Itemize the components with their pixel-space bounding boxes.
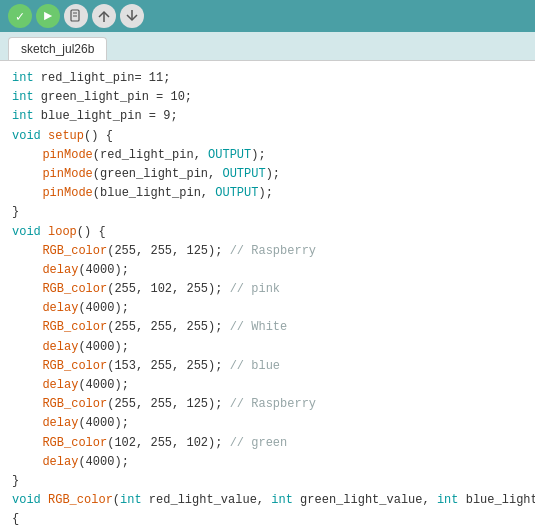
tab-sketch[interactable]: sketch_jul26b <box>8 37 107 60</box>
code-area[interactable]: int red_light_pin= 11; int green_light_p… <box>0 60 535 528</box>
verify-btn[interactable]: ✓ <box>8 4 32 28</box>
new-file-btn[interactable] <box>64 4 88 28</box>
toolbar: ✓ ► <box>0 0 535 32</box>
open-file-btn[interactable] <box>92 4 116 28</box>
save-file-btn[interactable] <box>120 4 144 28</box>
tab-bar: sketch_jul26b <box>0 32 535 60</box>
upload-btn[interactable]: ► <box>36 4 60 28</box>
tab-label: sketch_jul26b <box>21 42 94 56</box>
